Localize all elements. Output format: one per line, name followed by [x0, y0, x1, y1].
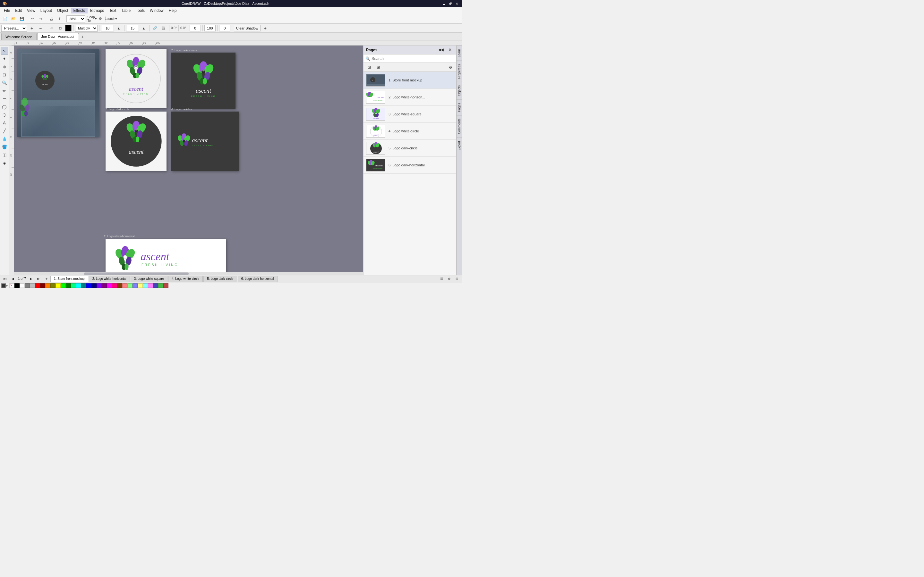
page-view-multi[interactable]: ⊞ — [375, 63, 382, 71]
page-item-5[interactable]: ascent 5: Logo dark-circle — [363, 140, 456, 157]
scrollbar-h-thumb[interactable] — [84, 272, 189, 275]
page-item-6[interactable]: ascent FRESH LIVING 6: Logo dark-horizon… — [363, 157, 456, 174]
tab-add-button[interactable]: + — [79, 34, 86, 40]
objects-tab[interactable]: Objects — [457, 82, 462, 99]
remove-preset-button[interactable]: − — [37, 24, 44, 32]
swatch-violet[interactable] — [97, 284, 102, 288]
page-item-3[interactable]: ascent 3: Logo white-square — [363, 106, 456, 123]
swatch-none[interactable]: ✕ — [9, 284, 15, 288]
line-tool[interactable]: ╱ — [1, 127, 8, 135]
swatch-cyan[interactable] — [76, 284, 81, 288]
page-tab-6[interactable]: 6: Logo dark-horizontal — [238, 276, 278, 282]
launch-button[interactable]: Launch ▾ — [107, 15, 115, 23]
freehand-tool[interactable]: ✏ — [1, 87, 8, 95]
settings-button[interactable]: ⚙ — [97, 15, 104, 23]
export-tab[interactable]: Export — [457, 137, 462, 153]
swatch-blue[interactable] — [86, 284, 91, 288]
page-view-single[interactable]: ⊡ — [365, 63, 373, 71]
page-nav-prev[interactable]: ◀ — [9, 275, 17, 282]
swatch-maroon[interactable] — [40, 284, 45, 288]
swatch-silver[interactable] — [30, 284, 35, 288]
new-button[interactable]: 📄 — [1, 15, 9, 23]
link-button[interactable]: 🔗 — [151, 24, 159, 32]
swatch-black[interactable] — [15, 284, 19, 288]
save-button[interactable]: 💾 — [18, 15, 26, 23]
swatch-brown[interactable] — [117, 284, 122, 288]
canvas-area[interactable]: ascent — [14, 45, 363, 275]
close-button[interactable]: ✕ — [454, 1, 459, 6]
minimize-button[interactable]: 🗕 — [441, 1, 447, 6]
swatch-white[interactable] — [19, 284, 25, 288]
ellipse-tool[interactable]: ◯ — [1, 103, 8, 111]
page-tab-5[interactable]: 5: Logo dark-circle — [204, 276, 237, 282]
add-prop-button[interactable]: + — [262, 24, 269, 32]
shadow-flat-button[interactable]: ▭ — [48, 24, 55, 32]
learn-tab[interactable]: Learn — [457, 45, 462, 61]
swatch-light-blue[interactable] — [132, 284, 137, 288]
rectangle-tool[interactable]: ▭ — [1, 95, 8, 103]
pages-close-button[interactable]: ✕ — [446, 46, 454, 54]
snap-to-button[interactable]: Snap To▾ — [88, 15, 96, 23]
page-list-button[interactable]: ☰ — [438, 275, 445, 282]
tab-welcome[interactable]: Welcome Screen — [1, 33, 37, 40]
swatch-lime[interactable] — [61, 284, 66, 288]
swatch-olive[interactable] — [50, 284, 55, 288]
swatch-red[interactable] — [35, 284, 40, 288]
menu-bitmaps[interactable]: Bitmaps — [87, 8, 107, 13]
undo-button[interactable]: ↩ — [29, 15, 36, 23]
swatch-purple[interactable] — [102, 284, 107, 288]
y-coord-input[interactable] — [219, 25, 230, 31]
swatch-teal[interactable] — [81, 284, 86, 288]
blur-up[interactable]: ▲ — [115, 24, 123, 32]
swatch-light-cyan[interactable] — [143, 284, 148, 288]
node-tool[interactable]: ✦ — [1, 55, 8, 63]
menu-text[interactable]: Text — [107, 8, 119, 13]
unlink-button[interactable]: ⛓ — [160, 24, 168, 32]
blur-input[interactable] — [101, 25, 114, 31]
fill-tool[interactable]: 🪣 — [1, 143, 8, 151]
status-settings-button[interactable]: ⚙ — [3, 288, 10, 289]
zoom-tool[interactable]: 🔍 — [1, 79, 8, 87]
opacity-up[interactable]: ▲ — [140, 24, 148, 32]
transform-tool[interactable]: ⊕ — [1, 63, 8, 71]
transparency-tool[interactable]: ◈ — [1, 159, 8, 167]
add-preset-button[interactable]: + — [28, 24, 36, 32]
export-button[interactable]: ⬆ — [56, 15, 63, 23]
zoom-fit-button[interactable]: ⊞ — [453, 275, 461, 282]
swatch-gray[interactable] — [25, 284, 30, 288]
menu-edit[interactable]: Edit — [13, 8, 24, 13]
opacity-input[interactable] — [126, 25, 139, 31]
shadow-contour-button[interactable]: ◻ — [57, 24, 64, 32]
swatch-yellow[interactable] — [55, 284, 61, 288]
page-tab-4[interactable]: 4: Logo white-circle — [168, 276, 203, 282]
comments-tab[interactable]: Comments — [457, 115, 462, 137]
page-tab-3[interactable]: 3: Logo white-square — [131, 276, 168, 282]
menu-object[interactable]: Object — [55, 8, 71, 13]
presets-dropdown[interactable]: Presets... — [1, 25, 27, 32]
select-tool[interactable]: ↖ — [1, 47, 8, 55]
swatch-brand-blue[interactable] — [153, 284, 158, 288]
menu-window[interactable]: Window — [147, 8, 166, 13]
blend-mode-dropdown[interactable]: MultiplyNormal — [75, 25, 97, 32]
color-swatch[interactable] — [65, 25, 71, 31]
page-nav-last[interactable]: ⏭ — [35, 275, 43, 282]
shadow-tool[interactable]: ◫ — [1, 151, 8, 159]
swatch-brand-red[interactable] — [163, 284, 168, 288]
swatch-green[interactable] — [66, 284, 71, 288]
scale-input[interactable] — [204, 25, 216, 31]
swatch-light-yellow[interactable] — [137, 284, 143, 288]
pages-tab[interactable]: Pages — [457, 99, 462, 115]
page-nav-next[interactable]: ▶ — [27, 275, 35, 282]
page-tab-1[interactable]: 1: Store front mockup — [50, 276, 88, 282]
menu-table[interactable]: Table — [119, 8, 133, 13]
page-item-1[interactable]: A 1: Store front mockup — [363, 72, 456, 89]
swatch-mint[interactable] — [71, 284, 76, 288]
swatch-light-red[interactable] — [122, 284, 128, 288]
menu-layout[interactable]: Layout — [38, 8, 55, 13]
menu-file[interactable]: File — [1, 8, 13, 13]
redo-button[interactable]: ↪ — [37, 15, 45, 23]
fill-color-indicator[interactable] — [1, 284, 6, 288]
text-tool[interactable]: A — [1, 119, 8, 127]
clear-shadow-button[interactable]: Clear Shadow — [234, 25, 260, 31]
zoom-in-button[interactable]: ⊕ — [445, 275, 453, 282]
